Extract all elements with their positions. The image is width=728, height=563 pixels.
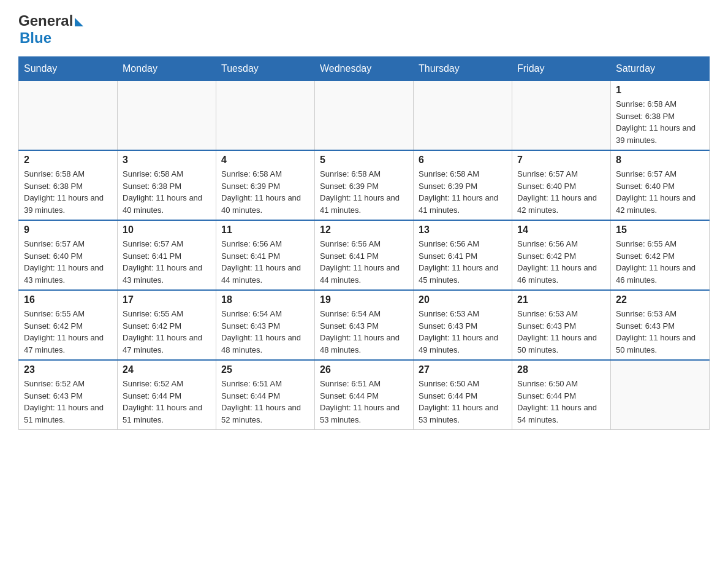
day-number: 19 (320, 294, 408, 305)
day-info: Sunrise: 6:54 AM Sunset: 6:43 PM Dayligh… (221, 308, 309, 356)
calendar-week-row: 16Sunrise: 6:55 AM Sunset: 6:42 PM Dayli… (19, 290, 710, 360)
weekday-header-row: SundayMondayTuesdayWednesdayThursdayFrid… (19, 57, 710, 81)
calendar-cell: 15Sunrise: 6:55 AM Sunset: 6:42 PM Dayli… (611, 220, 710, 290)
calendar-table: SundayMondayTuesdayWednesdayThursdayFrid… (18, 56, 710, 430)
calendar-cell: 18Sunrise: 6:54 AM Sunset: 6:43 PM Dayli… (216, 290, 315, 360)
calendar-cell: 14Sunrise: 6:56 AM Sunset: 6:42 PM Dayli… (512, 220, 611, 290)
day-number: 1 (616, 85, 704, 96)
calendar-week-row: 9Sunrise: 6:57 AM Sunset: 6:40 PM Daylig… (19, 220, 710, 290)
calendar-week-row: 1Sunrise: 6:58 AM Sunset: 6:38 PM Daylig… (19, 81, 710, 151)
day-info: Sunrise: 6:57 AM Sunset: 6:41 PM Dayligh… (123, 238, 211, 286)
logo-blue-text: Blue (20, 29, 51, 47)
calendar-cell: 27Sunrise: 6:50 AM Sunset: 6:44 PM Dayli… (414, 360, 512, 430)
calendar-cell (19, 81, 118, 151)
day-number: 4 (221, 155, 309, 166)
day-number: 10 (123, 224, 211, 236)
day-info: Sunrise: 6:50 AM Sunset: 6:44 PM Dayligh… (419, 378, 507, 426)
calendar-cell (611, 360, 710, 430)
day-info: Sunrise: 6:54 AM Sunset: 6:43 PM Dayligh… (320, 308, 408, 356)
day-info: Sunrise: 6:55 AM Sunset: 6:42 PM Dayligh… (24, 308, 112, 356)
day-info: Sunrise: 6:52 AM Sunset: 6:44 PM Dayligh… (123, 378, 211, 426)
logo-triangle-icon (75, 18, 83, 26)
page-header: General Blue (18, 12, 710, 47)
day-number: 13 (419, 224, 507, 236)
calendar-cell: 17Sunrise: 6:55 AM Sunset: 6:42 PM Dayli… (118, 290, 216, 360)
day-number: 7 (517, 155, 605, 166)
day-info: Sunrise: 6:53 AM Sunset: 6:43 PM Dayligh… (616, 308, 704, 356)
day-number: 12 (320, 224, 408, 236)
day-info: Sunrise: 6:55 AM Sunset: 6:42 PM Dayligh… (616, 238, 704, 286)
day-number: 14 (517, 224, 605, 236)
calendar-cell: 24Sunrise: 6:52 AM Sunset: 6:44 PM Dayli… (118, 360, 216, 430)
day-number: 26 (320, 364, 408, 375)
day-number: 24 (123, 364, 211, 375)
day-number: 21 (517, 294, 605, 305)
day-info: Sunrise: 6:51 AM Sunset: 6:44 PM Dayligh… (320, 378, 408, 426)
day-number: 6 (419, 155, 507, 166)
day-info: Sunrise: 6:55 AM Sunset: 6:42 PM Dayligh… (123, 308, 211, 356)
calendar-cell: 20Sunrise: 6:53 AM Sunset: 6:43 PM Dayli… (414, 290, 512, 360)
calendar-week-row: 23Sunrise: 6:52 AM Sunset: 6:43 PM Dayli… (19, 360, 710, 430)
day-info: Sunrise: 6:58 AM Sunset: 6:39 PM Dayligh… (419, 168, 507, 216)
calendar-cell: 4Sunrise: 6:58 AM Sunset: 6:39 PM Daylig… (216, 150, 315, 220)
day-number: 27 (419, 364, 507, 375)
calendar-cell: 28Sunrise: 6:50 AM Sunset: 6:44 PM Dayli… (512, 360, 611, 430)
calendar-cell: 10Sunrise: 6:57 AM Sunset: 6:41 PM Dayli… (118, 220, 216, 290)
day-number: 23 (24, 364, 112, 375)
calendar-cell (414, 81, 512, 151)
calendar-cell: 7Sunrise: 6:57 AM Sunset: 6:40 PM Daylig… (512, 150, 611, 220)
calendar-cell: 1Sunrise: 6:58 AM Sunset: 6:38 PM Daylig… (611, 81, 710, 151)
day-number: 28 (517, 364, 605, 375)
calendar-cell: 19Sunrise: 6:54 AM Sunset: 6:43 PM Dayli… (315, 290, 414, 360)
calendar-cell (512, 81, 611, 151)
calendar-cell (315, 81, 414, 151)
day-info: Sunrise: 6:53 AM Sunset: 6:43 PM Dayligh… (517, 308, 605, 356)
day-info: Sunrise: 6:56 AM Sunset: 6:42 PM Dayligh… (517, 238, 605, 286)
calendar-cell: 13Sunrise: 6:56 AM Sunset: 6:41 PM Dayli… (414, 220, 512, 290)
day-info: Sunrise: 6:57 AM Sunset: 6:40 PM Dayligh… (24, 238, 112, 286)
day-number: 20 (419, 294, 507, 305)
day-info: Sunrise: 6:50 AM Sunset: 6:44 PM Dayligh… (517, 378, 605, 426)
calendar-cell: 5Sunrise: 6:58 AM Sunset: 6:39 PM Daylig… (315, 150, 414, 220)
day-number: 3 (123, 155, 211, 166)
day-info: Sunrise: 6:57 AM Sunset: 6:40 PM Dayligh… (517, 168, 605, 216)
calendar-cell (118, 81, 216, 151)
day-info: Sunrise: 6:58 AM Sunset: 6:38 PM Dayligh… (616, 98, 704, 146)
day-info: Sunrise: 6:58 AM Sunset: 6:39 PM Dayligh… (221, 168, 309, 216)
day-info: Sunrise: 6:58 AM Sunset: 6:38 PM Dayligh… (24, 168, 112, 216)
day-number: 25 (221, 364, 309, 375)
day-info: Sunrise: 6:57 AM Sunset: 6:40 PM Dayligh… (616, 168, 704, 216)
logo: General Blue (18, 12, 83, 47)
day-info: Sunrise: 6:53 AM Sunset: 6:43 PM Dayligh… (419, 308, 507, 356)
weekday-header-thursday: Thursday (414, 57, 512, 81)
calendar-cell: 6Sunrise: 6:58 AM Sunset: 6:39 PM Daylig… (414, 150, 512, 220)
day-info: Sunrise: 6:58 AM Sunset: 6:38 PM Dayligh… (123, 168, 211, 216)
calendar-cell: 22Sunrise: 6:53 AM Sunset: 6:43 PM Dayli… (611, 290, 710, 360)
calendar-week-row: 2Sunrise: 6:58 AM Sunset: 6:38 PM Daylig… (19, 150, 710, 220)
calendar-cell: 9Sunrise: 6:57 AM Sunset: 6:40 PM Daylig… (19, 220, 118, 290)
day-number: 11 (221, 224, 309, 236)
day-number: 8 (616, 155, 704, 166)
calendar-cell: 8Sunrise: 6:57 AM Sunset: 6:40 PM Daylig… (611, 150, 710, 220)
day-number: 18 (221, 294, 309, 305)
calendar-cell: 23Sunrise: 6:52 AM Sunset: 6:43 PM Dayli… (19, 360, 118, 430)
calendar-cell: 16Sunrise: 6:55 AM Sunset: 6:42 PM Dayli… (19, 290, 118, 360)
calendar-cell: 11Sunrise: 6:56 AM Sunset: 6:41 PM Dayli… (216, 220, 315, 290)
weekday-header-monday: Monday (118, 57, 216, 81)
weekday-header-wednesday: Wednesday (315, 57, 414, 81)
day-number: 22 (616, 294, 704, 305)
weekday-header-sunday: Sunday (19, 57, 118, 81)
day-info: Sunrise: 6:51 AM Sunset: 6:44 PM Dayligh… (221, 378, 309, 426)
calendar-cell: 12Sunrise: 6:56 AM Sunset: 6:41 PM Dayli… (315, 220, 414, 290)
day-info: Sunrise: 6:56 AM Sunset: 6:41 PM Dayligh… (419, 238, 507, 286)
day-number: 9 (24, 224, 112, 236)
day-number: 17 (123, 294, 211, 305)
weekday-header-saturday: Saturday (611, 57, 710, 81)
calendar-cell: 26Sunrise: 6:51 AM Sunset: 6:44 PM Dayli… (315, 360, 414, 430)
calendar-cell (216, 81, 315, 151)
calendar-cell: 3Sunrise: 6:58 AM Sunset: 6:38 PM Daylig… (118, 150, 216, 220)
calendar-cell: 2Sunrise: 6:58 AM Sunset: 6:38 PM Daylig… (19, 150, 118, 220)
day-number: 16 (24, 294, 112, 305)
day-info: Sunrise: 6:52 AM Sunset: 6:43 PM Dayligh… (24, 378, 112, 426)
day-info: Sunrise: 6:58 AM Sunset: 6:39 PM Dayligh… (320, 168, 408, 216)
